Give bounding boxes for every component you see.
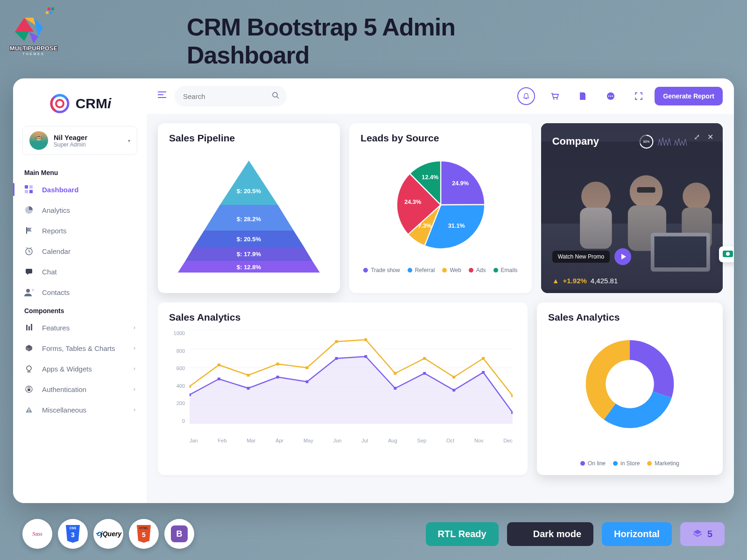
svg-rect-19 [25,185,28,189]
tech-badge-css: CSS3 [58,519,88,549]
sidebar-item-label: Features [42,324,70,332]
svg-text:$: 20.5%: $: 20.5% [237,236,261,243]
svg-rect-100 [364,355,367,358]
sidebar-item-chat[interactable]: Chat [13,261,147,282]
content: Sales Pipeline $: 20.5% $: 28.2% $: 20.5… [147,114,734,503]
sidebar-item-label: Miscellaneous [42,406,86,414]
play-button[interactable] [614,248,631,265]
svg-point-27 [26,289,30,293]
chat-icon [24,267,34,276]
svg-rect-39 [158,97,166,98]
search-icon[interactable] [272,91,279,101]
svg-point-46 [610,96,611,97]
warning-icon [24,405,34,414]
svg-rect-95 [218,378,220,380]
generate-report-button[interactable]: Generate Report [655,87,723,105]
sales-analytics-donut-card: Sales Analytics On line in Store Marketi… [537,302,723,475]
sidebar-item-forms[interactable]: Forms, Tables & Charts › [13,338,147,358]
svg-rect-31 [31,324,32,330]
sidebar-item-misc[interactable]: Miscellaneous › [13,399,147,420]
pill-rtl[interactable]: RTL Ready [426,522,499,546]
svg-point-32 [27,366,31,371]
leads-pie-chart: 24.9%31.1%7.3%24.3%12.4% Trade show Refe… [360,151,520,273]
sidebar-item-label: Calendar [42,247,70,255]
sidebar-item-auth[interactable]: Authentication › [13,379,147,399]
sidebar-item-apps[interactable]: Apps & Widgets › [13,358,147,379]
svg-rect-86 [306,366,309,369]
sidebar-item-label: Chat [42,268,57,276]
chevron-right-icon: › [134,345,135,351]
svg-rect-17 [35,142,43,147]
avatar [29,131,48,150]
chevron-right-icon: › [134,406,135,413]
svg-marker-48 [220,161,278,205]
hamburger-icon[interactable] [158,91,167,101]
sidebar-item-label: Reports [42,227,67,235]
svg-text:$: 28.2%: $: 28.2% [237,216,261,223]
sidebar-item-contacts[interactable]: + Contacts [13,282,147,302]
svg-text:12.4%: 12.4% [422,174,438,181]
svg-rect-8 [46,11,49,14]
donut-legend: On line in Store Marketing [537,460,723,467]
sidebar-item-label: Dashboard [42,186,78,194]
dashboard-icon [24,185,34,194]
svg-text:CSS: CSS [70,526,77,530]
company-title: Company [552,135,599,147]
sidebar-item-reports[interactable]: Reports [13,220,147,241]
svg-point-45 [608,96,609,97]
svg-point-47 [612,96,613,97]
pyramid-chart: $: 20.5% $: 28.2% $: 20.5% $: 17.9% $: 1… [169,151,329,277]
pill-horizontal[interactable]: Horizontal [602,522,672,546]
svg-text:3: 3 [71,531,75,539]
menu-section-main: Main Menu [13,164,147,179]
company-card: Company 80% ⤢ ✕ [541,123,723,293]
camera-floating-button[interactable] [719,246,734,262]
fullscreen-icon[interactable] [630,88,647,105]
bell-icon[interactable] [517,87,535,105]
svg-text:B: B [176,529,183,539]
pill-count[interactable]: 5 [680,522,725,546]
pill-dark[interactable]: Dark mode [507,522,593,546]
search-input[interactable] [183,92,272,100]
svg-rect-21 [25,190,28,193]
svg-rect-103 [452,389,455,392]
user-card[interactable]: Nil Yeager Super Admin ▾ [22,126,137,155]
svg-rect-29 [26,325,28,330]
svg-rect-91 [452,376,455,378]
svg-point-14 [56,100,63,107]
svg-rect-83 [218,364,220,366]
svg-rect-88 [364,338,367,341]
svg-text:+: + [32,288,34,293]
cart-icon[interactable] [546,88,563,105]
menu-section-components: Components [13,302,147,317]
expand-icon[interactable]: ⤢ [694,133,700,141]
chevron-right-icon: › [134,365,135,372]
svg-rect-92 [482,357,485,360]
svg-rect-87 [335,340,338,343]
svg-text:5: 5 [142,531,146,539]
moon-icon [519,529,529,539]
sidebar-item-calendar[interactable]: Calendar [13,241,147,261]
search-box[interactable] [175,86,287,106]
chat-bubble-icon[interactable] [602,88,619,105]
svg-text:31.1%: 31.1% [448,223,465,229]
close-icon[interactable]: ✕ [707,133,713,141]
app-window: CRMi Nil Yeager Super Admin ▾ Main Menu … [13,78,734,503]
sidebar-item-label: Contacts [42,288,70,296]
file-icon[interactable] [574,88,591,105]
sidebar-item-analytics[interactable]: Analytics [13,200,147,220]
svg-text:24.3%: 24.3% [404,199,421,205]
svg-rect-99 [335,357,338,360]
svg-rect-34 [28,389,30,391]
sidebar-item-label: Analytics [42,206,70,214]
svg-point-40 [273,92,277,97]
svg-rect-5 [48,7,50,10]
sidebar-item-label: Forms, Tables & Charts [42,344,115,352]
promo-label: Watch New Promo [552,251,610,263]
sidebar-item-dashboard[interactable]: Dashboard [13,179,147,200]
svg-rect-30 [28,326,30,330]
svg-rect-93 [511,394,513,397]
sidebar-item-features[interactable]: Features › [13,317,147,338]
svg-rect-20 [29,185,33,189]
user-role: Super Admin [54,141,87,148]
